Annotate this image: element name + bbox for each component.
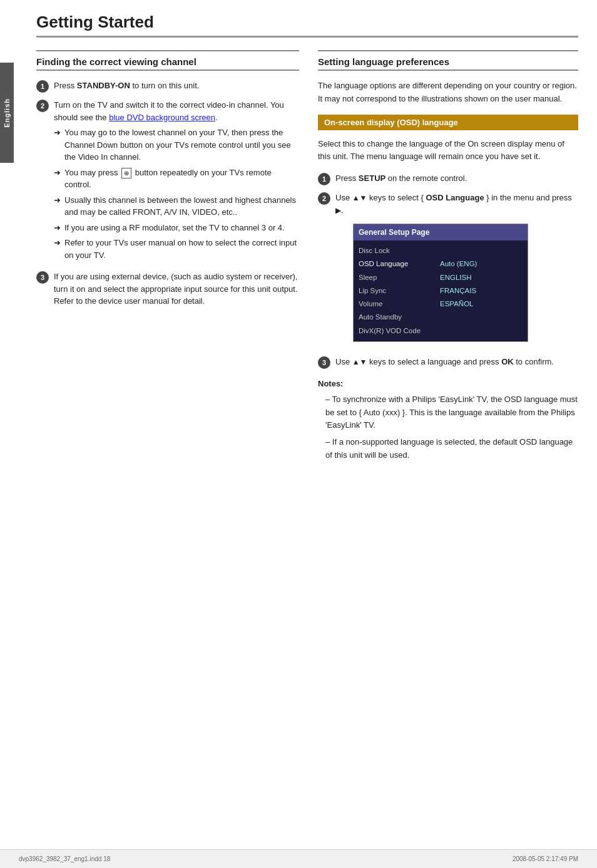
step-num-3: 3 bbox=[36, 271, 49, 284]
menu-value-volume: ESPAÑOL bbox=[440, 299, 473, 309]
menu-label-osd-language: OSD Language bbox=[359, 259, 440, 269]
arrow-4: ➜ If you are using a RF modulator, set t… bbox=[54, 222, 299, 234]
left-step-1: 1 Press STANDBY-ON to turn on this unit. bbox=[36, 80, 299, 93]
right-divider bbox=[318, 50, 578, 51]
arrow-3: ➜ Usually this channel is between the lo… bbox=[54, 194, 299, 219]
right-section-title: Setting language preferences bbox=[318, 56, 578, 71]
right-arrow-icon: ▶ bbox=[335, 205, 341, 216]
right-column: Setting language preferences The languag… bbox=[318, 50, 578, 466]
right-step-2-content: Use ▲▼ keys to select { OSD Language } i… bbox=[335, 192, 578, 349]
arrow-text-4: If you are using a RF modulator, set the… bbox=[64, 222, 285, 234]
left-divider bbox=[36, 50, 299, 51]
page-title: Getting Started bbox=[36, 13, 578, 38]
side-tab: English bbox=[0, 63, 14, 163]
standby-on-text: STANDBY-ON bbox=[77, 81, 130, 90]
arrow-1: ➜ You may go to the lowest channel on yo… bbox=[54, 127, 299, 163]
right-step-num-3: 3 bbox=[318, 356, 330, 369]
footer-bar: dvp3962_3982_37_eng1.indd 18 2008-05-05 … bbox=[0, 849, 597, 868]
footer-right: 2008-05-05 2:17:49 PM bbox=[513, 855, 578, 862]
arrow-text-2: You may press ⊕ button repeatedly on you… bbox=[64, 167, 299, 191]
left-section-title: Finding the correct viewing channel bbox=[36, 56, 299, 71]
osd-description: Select this to change the language of th… bbox=[318, 138, 578, 164]
note-item-1: To synchronize with a Philips 'EasyLink'… bbox=[318, 393, 578, 432]
source-icon: ⊕ bbox=[121, 168, 131, 178]
footer-left: dvp3962_3982_37_eng1.indd 18 bbox=[19, 855, 110, 862]
right-step-1-content: Press SETUP on the remote control. bbox=[335, 172, 578, 185]
menu-row-lip-sync: Lip Sync FRANÇAIS bbox=[354, 284, 528, 297]
arrow-icon-5: ➜ bbox=[54, 237, 61, 249]
step-1-content: Press STANDBY-ON to turn on this unit. bbox=[54, 80, 299, 92]
menu-value-osd-language: Auto (ENG) bbox=[440, 259, 477, 269]
right-step-3-content: Use ▲▼ keys to select a language and pre… bbox=[335, 356, 578, 368]
menu-label-volume: Volume bbox=[359, 299, 440, 309]
left-column: Finding the correct viewing channel 1 Pr… bbox=[36, 50, 299, 466]
setup-text: SETUP bbox=[359, 173, 385, 183]
right-step-num-2: 2 bbox=[318, 192, 330, 205]
menu-label-sleep: Sleep bbox=[359, 272, 440, 283]
right-step-1: 1 Press SETUP on the remote control. bbox=[318, 172, 578, 185]
menu-label-lip-sync: Lip Sync bbox=[359, 286, 440, 296]
notes-title: Notes: bbox=[318, 378, 578, 391]
right-step-2: 2 Use ▲▼ keys to select { OSD Language }… bbox=[318, 192, 578, 349]
side-tab-label: English bbox=[3, 98, 11, 128]
arrow-icon-2: ➜ bbox=[54, 167, 61, 179]
right-step-num-1: 1 bbox=[318, 173, 330, 185]
updown-icon-2: ▲▼ bbox=[352, 192, 367, 204]
arrow-5: ➜ Refer to your TVs user manual on how t… bbox=[54, 237, 299, 261]
blue-screen-text: blue DVD background screen bbox=[109, 113, 215, 122]
menu-row-auto-standby: Auto Standby bbox=[354, 311, 528, 324]
arrow-icon-1: ➜ bbox=[54, 127, 61, 139]
right-step-3: 3 Use ▲▼ keys to select a language and p… bbox=[318, 356, 578, 369]
menu-header: General Setup Page bbox=[354, 224, 528, 240]
note-item-2: If a non-supported language is selected,… bbox=[318, 436, 578, 462]
menu-mockup: General Setup Page Disc Lock OSD Languag… bbox=[353, 224, 528, 342]
arrow-icon-4: ➜ bbox=[54, 222, 61, 234]
intro-text: The language options are different depen… bbox=[318, 80, 578, 106]
updown-icon-3: ▲▼ bbox=[352, 356, 367, 368]
menu-row-volume: Volume ESPAÑOL bbox=[354, 297, 528, 311]
ok-text: OK bbox=[501, 357, 514, 366]
menu-row-disc-lock: Disc Lock bbox=[354, 244, 528, 257]
arrow-icon-3: ➜ bbox=[54, 194, 61, 207]
arrow-text-3: Usually this channel is between the lowe… bbox=[64, 194, 299, 219]
step-num-1: 1 bbox=[36, 80, 49, 93]
arrow-text-5: Refer to your TVs user manual on how to … bbox=[64, 237, 299, 261]
arrow-text-1: You may go to the lowest channel on your… bbox=[64, 127, 299, 163]
step-3-content: If you are using external device, (such … bbox=[54, 271, 299, 307]
left-step-2: 2 Turn on the TV and switch it to the co… bbox=[36, 99, 299, 264]
arrow-2: ➜ You may press ⊕ button repeatedly on y… bbox=[54, 167, 299, 191]
main-content: Getting Started Finding the correct view… bbox=[18, 0, 597, 504]
menu-value-lip-sync: FRANÇAIS bbox=[440, 286, 476, 296]
notes-section: Notes: To synchronize with a Philips 'Ea… bbox=[318, 378, 578, 462]
menu-row-osd-language: OSD Language Auto (ENG) bbox=[354, 257, 528, 271]
left-step-3: 3 If you are using external device, (suc… bbox=[36, 271, 299, 307]
menu-body: Disc Lock OSD Language Auto (ENG) Sleep … bbox=[354, 240, 528, 341]
step-num-2: 2 bbox=[36, 100, 49, 112]
menu-label-auto-standby: Auto Standby bbox=[359, 312, 440, 323]
step-2-content: Turn on the TV and switch it to the corr… bbox=[54, 99, 299, 264]
menu-row-sleep: Sleep ENGLISH bbox=[354, 271, 528, 284]
menu-label-disc-lock: Disc Lock bbox=[359, 245, 440, 256]
menu-value-sleep: ENGLISH bbox=[440, 272, 472, 283]
menu-row-divx: DivX(R) VOD Code bbox=[354, 324, 528, 338]
osd-header: On-screen display (OSD) language bbox=[318, 115, 578, 130]
osd-language-text: OSD Language bbox=[426, 193, 484, 202]
page-wrapper: English Getting Started Finding the corr… bbox=[0, 0, 597, 868]
menu-label-divx: DivX(R) VOD Code bbox=[359, 326, 440, 336]
two-column-layout: Finding the correct viewing channel 1 Pr… bbox=[36, 50, 578, 466]
